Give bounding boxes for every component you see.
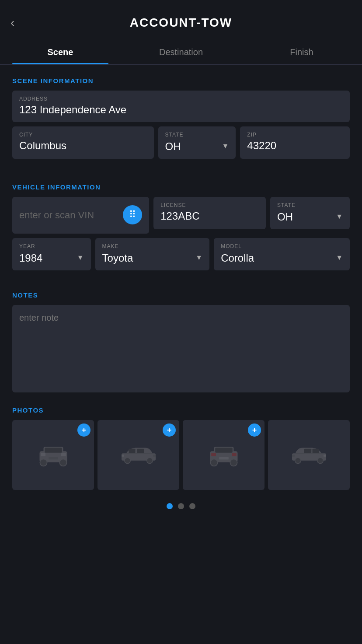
- svg-point-26: [295, 458, 301, 464]
- license-field[interactable]: LICENSE 123ABC: [153, 197, 266, 229]
- svg-rect-29: [292, 455, 295, 457]
- state-field[interactable]: STATE OH ▼: [158, 126, 236, 159]
- svg-point-18: [210, 459, 217, 466]
- year-field[interactable]: YEAR 1984 ▼: [12, 238, 91, 270]
- state-select-wrapper: OH ▼: [165, 140, 229, 153]
- notes-label: NOTES: [12, 291, 350, 299]
- state-value: OH: [165, 140, 181, 153]
- header: ‹ ACCOUNT-TOW: [0, 0, 362, 37]
- tab-destination[interactable]: Destination: [121, 40, 241, 64]
- car-front-icon: [34, 441, 73, 469]
- pagination-dot-2[interactable]: [178, 503, 184, 509]
- photo-add-button-3[interactable]: +: [248, 424, 261, 437]
- make-value: Toyota: [102, 252, 133, 264]
- photo-slot-3[interactable]: +: [183, 420, 265, 490]
- vehicle-information-section: VEHICLE INFORMATION enter or scan VIN ⠿ …: [0, 171, 362, 275]
- svg-rect-13: [122, 455, 124, 457]
- model-select-wrapper: Corolla ▼: [221, 251, 343, 264]
- svg-rect-6: [61, 453, 66, 456]
- year-chevron-icon: ▼: [77, 254, 84, 262]
- make-select-wrapper: Toyota ▼: [102, 251, 203, 264]
- photos-label: PHOTOS: [12, 406, 350, 414]
- vehicle-information-label: VEHICLE INFORMATION: [12, 183, 350, 191]
- svg-rect-22: [219, 457, 229, 459]
- vehicle-state-field[interactable]: STATE OH ▼: [270, 197, 350, 229]
- svg-rect-25: [304, 449, 311, 453]
- barcode-icon: ⠿: [129, 209, 136, 220]
- address-field[interactable]: ADDRESS 123 Independence Ave: [12, 91, 350, 122]
- vin-placeholder: enter or scan VIN: [19, 210, 94, 221]
- svg-rect-28: [324, 455, 326, 457]
- license-label: LICENSE: [160, 202, 259, 208]
- make-chevron-icon: ▼: [195, 254, 202, 262]
- back-button[interactable]: ‹: [10, 16, 14, 30]
- model-value: Corolla: [221, 252, 254, 264]
- city-value: Columbus: [19, 140, 147, 152]
- vin-scan-button[interactable]: ⠿: [123, 205, 142, 224]
- vehicle-state-select-wrapper: OH ▼: [277, 210, 343, 223]
- year-make-model-row: YEAR 1984 ▼ MAKE Toyota ▼ MODEL Corolla …: [12, 238, 350, 275]
- svg-rect-10: [137, 449, 144, 453]
- pagination-dot-1[interactable]: [167, 503, 173, 509]
- tab-finish[interactable]: Finish: [241, 40, 362, 64]
- model-field[interactable]: MODEL Corolla ▼: [214, 238, 350, 270]
- scene-information-section: SCENE INFORMATION ADDRESS 123 Independen…: [0, 65, 362, 163]
- vin-license-row: enter or scan VIN ⠿ LICENSE 123ABC STATE…: [12, 197, 350, 234]
- svg-point-19: [230, 459, 237, 466]
- zip-field[interactable]: ZIP 43220: [240, 126, 350, 159]
- vehicle-state-label: STATE: [277, 202, 343, 208]
- scene-information-label: SCENE INFORMATION: [12, 77, 350, 84]
- model-label: MODEL: [221, 243, 343, 249]
- pagination-dot-3[interactable]: [189, 503, 195, 509]
- svg-rect-17: [215, 448, 233, 453]
- city-label: CITY: [19, 132, 147, 138]
- vehicle-state-value: OH: [277, 211, 293, 223]
- model-chevron-icon: ▼: [336, 254, 343, 262]
- address-value: 123 Independence Ave: [19, 104, 343, 116]
- svg-rect-24: [312, 449, 319, 453]
- car-side-left-icon: [119, 441, 158, 469]
- photo-add-button-2[interactable]: +: [163, 424, 176, 437]
- photo-slot-1[interactable]: +: [12, 420, 94, 490]
- page-title: ACCOUNT-TOW: [130, 16, 233, 30]
- svg-rect-21: [232, 453, 237, 456]
- svg-point-12: [146, 458, 153, 464]
- zip-value: 43220: [247, 140, 343, 152]
- vin-field[interactable]: enter or scan VIN ⠿: [12, 197, 149, 234]
- tab-bar: Scene Destination Finish: [0, 40, 362, 65]
- notes-input[interactable]: [12, 305, 350, 392]
- license-value: 123ABC: [160, 210, 259, 222]
- svg-point-3: [40, 459, 47, 466]
- vehicle-state-chevron-icon: ▼: [336, 213, 343, 220]
- city-state-zip-row: CITY Columbus STATE OH ▼ ZIP 43220: [12, 126, 350, 163]
- svg-rect-5: [41, 453, 45, 456]
- photo-slot-2[interactable]: +: [97, 420, 179, 490]
- year-value: 1984: [19, 252, 42, 264]
- svg-rect-7: [49, 457, 58, 459]
- notes-section: NOTES: [0, 279, 362, 394]
- car-rear-icon: [204, 441, 244, 469]
- year-label: YEAR: [19, 243, 84, 249]
- svg-rect-9: [129, 449, 135, 453]
- svg-point-11: [124, 458, 130, 464]
- photo-slot-4[interactable]: [268, 420, 350, 490]
- svg-rect-2: [45, 448, 62, 453]
- state-chevron-icon: ▼: [222, 142, 229, 150]
- photos-grid: + +: [12, 420, 350, 490]
- svg-rect-14: [153, 455, 156, 457]
- photos-section: PHOTOS + +: [0, 394, 362, 490]
- year-select-wrapper: 1984 ▼: [19, 251, 84, 264]
- photo-add-button-1[interactable]: +: [77, 424, 90, 437]
- svg-point-4: [59, 459, 66, 466]
- svg-rect-20: [211, 453, 216, 456]
- make-field[interactable]: MAKE Toyota ▼: [95, 238, 210, 270]
- svg-point-27: [317, 458, 323, 464]
- pagination: [0, 490, 362, 522]
- address-label: ADDRESS: [19, 96, 343, 102]
- state-label: STATE: [165, 132, 229, 138]
- make-label: MAKE: [102, 243, 203, 249]
- city-field[interactable]: CITY Columbus: [12, 126, 154, 159]
- car-side-right-icon: [289, 441, 329, 469]
- tab-scene[interactable]: Scene: [0, 40, 121, 64]
- zip-label: ZIP: [247, 132, 343, 138]
